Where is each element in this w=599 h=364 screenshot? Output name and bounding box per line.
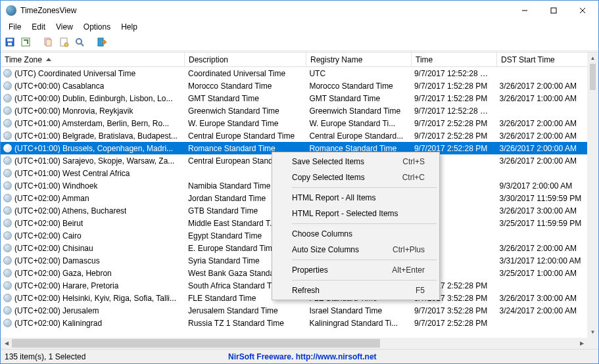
cell-reg: GMT Standard Time: [305, 94, 410, 103]
cell-tz: (UTC+02:00) Athens, Bucharest: [1, 206, 184, 216]
context-menu-label: HTML Report - All Items: [292, 193, 425, 202]
status-link-url[interactable]: http://www.nirsoft.net: [296, 352, 377, 361]
column-header-3[interactable]: Time: [412, 53, 497, 66]
menubar: File Edit View Options Help: [1, 20, 598, 34]
context-menu-item[interactable]: RefreshF5: [274, 283, 438, 298]
cell-tz: (UTC+02:00) Amman: [1, 194, 184, 203]
hscroll-thumb[interactable]: [12, 339, 380, 348]
cell-desc: W. Europe Standard Time: [184, 119, 305, 128]
cell-tz: (UTC+02:00) Damascus: [1, 256, 184, 265]
context-menu-item[interactable]: Copy Selected ItemsCtrl+C: [274, 170, 438, 185]
clock-icon: [3, 281, 12, 290]
menu-options[interactable]: Options: [78, 21, 116, 33]
copy-icon[interactable]: [41, 35, 55, 49]
cell-tz: (UTC+01:00) Belgrade, Bratislava, Budape…: [1, 131, 184, 141]
context-menu-item[interactable]: Auto Size ColumnsCtrl+Plus: [274, 242, 438, 258]
context-menu-item[interactable]: HTML Report - Selected Items: [274, 206, 438, 221]
context-menu-item[interactable]: Choose Columns: [274, 226, 438, 242]
table-row[interactable]: (UTC+00:00) Monrovia, ReykjavikGreenwich…: [1, 104, 587, 117]
cell-desc: Morocco Standard Time: [184, 81, 305, 91]
titlebar: TimeZonesView: [1, 1, 598, 20]
menu-help[interactable]: Help: [116, 21, 143, 33]
context-menu-shortcut: Ctrl+Plus: [393, 245, 425, 254]
context-menu-separator: [292, 187, 437, 188]
cell-dst: 3/26/2017 3:00:00 AM: [495, 206, 587, 216]
status-link[interactable]: NirSoft Freeware. http://www.nirsoft.net: [228, 352, 377, 361]
context-menu-separator: [292, 260, 437, 260]
column-header-2[interactable]: Registry Name: [306, 53, 412, 66]
statusbar: 135 item(s), 1 Selected NirSoft Freeware…: [1, 349, 598, 363]
cell-tz: (UTC+01:00) Sarajevo, Skopje, Warsaw, Za…: [1, 156, 184, 166]
cell-dst: 3/25/2017 11:59:59 PM: [495, 219, 587, 228]
cell-tz: (UTC+00:00) Casablanca: [1, 81, 184, 91]
clock-icon: [3, 94, 12, 102]
clock-icon: [3, 131, 12, 140]
cell-time: 9/7/2017 1:52:28 PM: [410, 81, 496, 91]
cell-tz: (UTC+01:00) Brussels, Copenhagen, Madri.…: [1, 144, 184, 153]
clock-icon: [3, 319, 12, 327]
column-header-0[interactable]: Time Zone: [1, 53, 185, 66]
clock-icon: [3, 106, 12, 115]
scroll-down-arrow[interactable]: ▼: [587, 327, 598, 338]
context-menu-item[interactable]: HTML Report - All Items: [274, 190, 438, 206]
clock-icon: [3, 256, 12, 265]
table-row[interactable]: (UTC+01:00) Belgrade, Bratislava, Budape…: [1, 129, 587, 142]
cell-tz: (UTC+00:00) Dublin, Edinburgh, Lisbon, L…: [1, 94, 184, 103]
minimize-button[interactable]: [510, 1, 539, 20]
properties-icon[interactable]: [57, 35, 70, 49]
maximize-button[interactable]: [539, 1, 568, 20]
column-header-1[interactable]: Description: [185, 53, 306, 66]
scroll-left-arrow[interactable]: ◀: [1, 338, 12, 349]
context-menu-label: Save Selected Items: [292, 157, 387, 166]
cell-desc: Central Europe Standard Time: [184, 131, 305, 141]
context-menu-item[interactable]: PropertiesAlt+Enter: [274, 262, 438, 278]
table-row[interactable]: (UTC) Coordinated Universal TimeCoordina…: [1, 67, 587, 80]
cell-reg: Greenwich Standard Time: [305, 106, 410, 116]
scroll-right-arrow[interactable]: ▶: [576, 338, 587, 349]
cell-time: 9/7/2017 2:52:28 PM: [410, 131, 496, 141]
cell-reg: UTC: [305, 69, 410, 78]
clock-icon: [3, 294, 12, 302]
cell-time: 9/7/2017 2:52:28 PM: [410, 319, 496, 328]
cell-tz: (UTC+02:00) Kaliningrad: [1, 319, 184, 328]
menu-edit[interactable]: Edit: [26, 21, 51, 33]
exit-icon[interactable]: [95, 35, 108, 49]
table-row[interactable]: (UTC+00:00) CasablancaMorocco Standard T…: [1, 80, 587, 92]
vertical-scrollbar[interactable]: ▲ ▼: [587, 53, 598, 338]
context-menu-item[interactable]: Save Selected ItemsCtrl+S: [274, 154, 438, 170]
clock-icon: [3, 69, 12, 78]
cell-dst: 3/26/2017 2:00:00 AM: [495, 81, 587, 91]
table-row[interactable]: (UTC+01:00) Amsterdam, Berlin, Bern, Ro.…: [1, 117, 587, 129]
cell-dst: 3/30/2017 11:59:59 PM: [495, 194, 587, 203]
menu-file[interactable]: File: [3, 21, 26, 33]
scroll-up-arrow[interactable]: ▲: [587, 53, 598, 64]
refresh-icon[interactable]: [19, 35, 32, 49]
context-menu-separator: [292, 280, 437, 281]
cell-desc: Coordinated Universal Time: [184, 69, 305, 78]
clock-icon: [3, 269, 12, 277]
scroll-corner: [587, 338, 598, 349]
table-row[interactable]: (UTC+02:00) JerusalemJerusalem Standard …: [1, 304, 587, 317]
table-row[interactable]: (UTC+02:00) KaliningradRussia TZ 1 Stand…: [1, 317, 587, 329]
svg-line-13: [81, 43, 84, 46]
cell-tz: (UTC+02:00) Gaza, Hebron: [1, 269, 184, 278]
cell-dst: 3/24/2017 2:00:00 AM: [495, 306, 587, 315]
close-button[interactable]: [568, 1, 597, 20]
menu-view[interactable]: View: [51, 21, 78, 33]
find-icon[interactable]: [73, 35, 86, 49]
cell-dst: 3/26/2017 3:00:00 AM: [495, 294, 587, 303]
table-row[interactable]: (UTC+00:00) Dublin, Edinburgh, Lisbon, L…: [1, 92, 587, 104]
grid: Time ZoneDescriptionRegistry NameTimeDST…: [1, 52, 598, 349]
cell-dst: 3/31/2017 12:00:00 AM: [495, 256, 587, 265]
vscroll-thumb[interactable]: [590, 64, 596, 90]
svg-point-12: [76, 39, 82, 44]
context-menu-label: Copy Selected Items: [292, 173, 387, 182]
horizontal-scrollbar[interactable]: ◀ ▶: [1, 338, 587, 349]
svg-rect-6: [8, 43, 12, 45]
column-header-4[interactable]: DST Start Time: [497, 53, 589, 66]
save-icon[interactable]: [3, 35, 16, 49]
cell-reg: Israel Standard Time: [305, 306, 410, 315]
cell-tz: (UTC+01:00) Amsterdam, Berlin, Bern, Ro.…: [1, 119, 184, 128]
cell-tz: (UTC+01:00) West Central Africa: [1, 169, 184, 178]
cell-time: 9/7/2017 12:52:28 PM: [410, 69, 496, 78]
